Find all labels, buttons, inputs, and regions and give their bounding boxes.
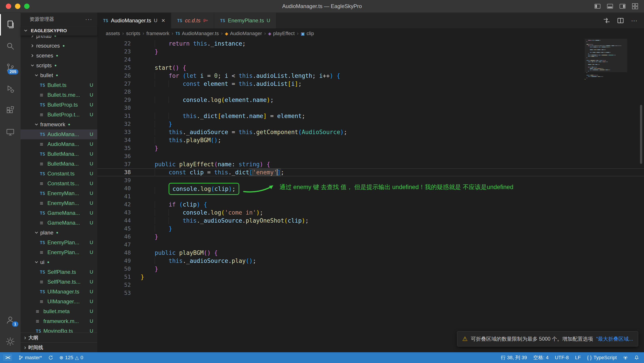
minimize-window-button[interactable]	[15, 3, 20, 9]
tree-file[interactable]: TSAudioMana...U	[20, 129, 97, 139]
tree-file[interactable]: TSBulletMana...U	[20, 149, 97, 159]
minimap-slider[interactable]	[585, 39, 627, 72]
code-line[interactable]: 25 start() {	[97, 64, 644, 72]
code-line[interactable]: 32 }	[97, 120, 644, 128]
code-line[interactable]: 53	[97, 289, 644, 297]
language-mode[interactable]: { } TypeScript	[584, 352, 620, 363]
zoom-window-button[interactable]	[24, 3, 30, 9]
tree-file[interactable]: ≡Bullet.ts.me...U	[20, 90, 97, 100]
project-section-header[interactable]: EAGLESKYPRO	[20, 26, 97, 35]
code-line[interactable]: 29 console.log(element.name);	[97, 96, 644, 104]
open-changes-icon[interactable]	[603, 17, 610, 24]
more-actions-icon[interactable]: ···	[631, 17, 637, 24]
code-line[interactable]: 46 }	[97, 233, 644, 241]
tree-folder[interactable]: scripts●	[20, 60, 97, 70]
tree-folder[interactable]: prefab●	[20, 35, 97, 41]
code-line[interactable]: 45 }	[97, 225, 644, 233]
tree-file[interactable]: ≡UIManager....U	[20, 297, 97, 307]
editor[interactable]: 22 return this._instance;23 }2425 start(…	[97, 39, 644, 352]
code-line[interactable]: 27 const element = this.audioList[i];	[97, 80, 644, 88]
toggle-panel-icon[interactable]	[607, 3, 613, 9]
activity-run-debug[interactable]	[0, 78, 20, 100]
code-line[interactable]: 40 console.log(clip);通过 enemy 键 去查找 值， 但…	[97, 184, 644, 192]
code-line[interactable]: 28	[97, 88, 644, 96]
tree-file[interactable]: TSGameMana...U	[20, 208, 97, 218]
code-area[interactable]: 22 return this._instance;23 }2425 start(…	[97, 39, 644, 352]
code-line[interactable]: 34 this.playBGM();	[97, 136, 644, 144]
tree-folder[interactable]: framework●	[20, 120, 97, 129]
code-line[interactable]: 35 }	[97, 144, 644, 152]
activity-source-control[interactable]: 205	[0, 57, 20, 78]
breadcrumb-item[interactable]: ▣clip	[301, 31, 314, 36]
scrollbar-thumb[interactable]	[640, 105, 642, 164]
eol-selector[interactable]: LF	[572, 352, 584, 363]
tree-file[interactable]: TSUIManager.tsU	[20, 287, 97, 297]
code-line[interactable]: 50 }	[97, 265, 644, 273]
code-line[interactable]: 44 this._audioSource.playOneShot(clip);	[97, 217, 644, 225]
activity-search[interactable]	[0, 35, 20, 57]
tree-file[interactable]: ≡Constant.ts...U	[20, 179, 97, 188]
tree-folder[interactable]: resources●	[20, 41, 97, 51]
code-line[interactable]: 24	[97, 56, 644, 64]
tab-AudioManager.ts[interactable]: TSAudioManager.tsU×	[97, 13, 171, 28]
code-line[interactable]: 36	[97, 152, 644, 160]
code-line[interactable]: 51}	[97, 273, 644, 281]
notification-toast[interactable]: ⚠ 可折叠区域的数量限制为最多 5000 个。增加配置选项 “最大折叠区域...	[457, 331, 638, 347]
code-line[interactable]: 23 }	[97, 48, 644, 56]
code-line[interactable]: 49 this._audioSource.play();	[97, 257, 644, 265]
encoding[interactable]: UTF-8	[552, 352, 572, 363]
cursor-position[interactable]: 行 38, 列 39	[498, 352, 530, 363]
activity-explorer[interactable]	[0, 14, 20, 35]
tree-file[interactable]: ≡AudioMana...U	[20, 139, 97, 149]
breadcrumb-item[interactable]: framework	[146, 31, 170, 36]
indentation[interactable]: 空格: 4	[530, 352, 552, 363]
split-editor-icon[interactable]	[617, 17, 624, 24]
tree-file[interactable]: TSEnemyPlan...U	[20, 238, 97, 247]
code-line[interactable]: 26 for (let i = 0; i < this.audioList.le…	[97, 72, 644, 80]
tree-file[interactable]: ≡BulletMana...U	[20, 159, 97, 169]
close-icon[interactable]: ×	[162, 17, 165, 24]
notification-link[interactable]: “最大折叠区域...	[596, 336, 633, 343]
activity-remote-explorer[interactable]	[0, 121, 20, 143]
outline-section[interactable]: › 大纲	[20, 333, 97, 343]
tree-file[interactable]: ≡framework.m...U	[20, 316, 97, 326]
code-line[interactable]: 42 if (clip) {	[97, 201, 644, 209]
breadcrumb-item[interactable]: assets	[106, 31, 120, 36]
tree-file[interactable]: TSConstant.tsU	[20, 169, 97, 179]
tree-folder[interactable]: bullet●	[20, 70, 97, 80]
code-line[interactable]: 43 console.log('come in');	[97, 209, 644, 217]
timeline-section[interactable]: › 时间线	[20, 343, 97, 352]
toggle-secondary-sidebar-icon[interactable]	[620, 3, 626, 9]
breadcrumb-item[interactable]: TSAudioManager.ts	[176, 31, 219, 36]
tree-file[interactable]: TSBullet.tsU	[20, 80, 97, 90]
branch-item[interactable]: master*	[15, 352, 45, 363]
tree-file[interactable]: ≡SelfPlane.ts...U	[20, 277, 97, 287]
tree-file[interactable]: ≡GameMana...U	[20, 218, 97, 228]
code-line[interactable]: 47	[97, 241, 644, 249]
more-actions-icon[interactable]: ···	[85, 16, 92, 23]
code-line[interactable]: 38 const clip = this._dict['enemy'];	[97, 168, 644, 176]
tree-folder[interactable]: plane●	[20, 228, 97, 238]
customize-layout-icon[interactable]	[632, 3, 638, 9]
code-line[interactable]: 33 this._audioSource = this.getComponent…	[97, 128, 644, 136]
tree-file[interactable]: ≡EnemyPlan...U	[20, 247, 97, 257]
tree-file[interactable]: ≡EnemyMan...U	[20, 198, 97, 208]
code-line[interactable]: 30	[97, 104, 644, 112]
remote-indicator[interactable]: ><	[0, 352, 15, 363]
toggle-sidebar-icon[interactable]	[594, 3, 600, 9]
code-line[interactable]: 37 public playEffect(name: string) {	[97, 160, 644, 168]
close-window-button[interactable]	[6, 3, 11, 9]
code-line[interactable]: 31 this._dict[element.name] = element;	[97, 112, 644, 120]
activity-accounts[interactable]: 1	[0, 309, 20, 331]
tab-EnemyPlane.ts[interactable]: TSEnemyPlane.tsU	[214, 13, 276, 28]
code-line[interactable]: 48 public playBGM() {	[97, 249, 644, 257]
feedback-item[interactable]	[620, 352, 631, 363]
tree-file[interactable]: TSSelfPlane.tsU	[20, 267, 97, 277]
code-line[interactable]: 52	[97, 281, 644, 289]
tree-file[interactable]: TSMovingBg.tsU	[20, 326, 97, 333]
tree-file[interactable]: ≡BulletProp.t...U	[20, 110, 97, 120]
tree-folder[interactable]: ui●	[20, 257, 97, 267]
code-line[interactable]: 22 return this._instance;	[97, 39, 644, 48]
tree-file[interactable]: TSEnemyMan...U	[20, 188, 97, 198]
notifications-item[interactable]	[631, 352, 642, 363]
